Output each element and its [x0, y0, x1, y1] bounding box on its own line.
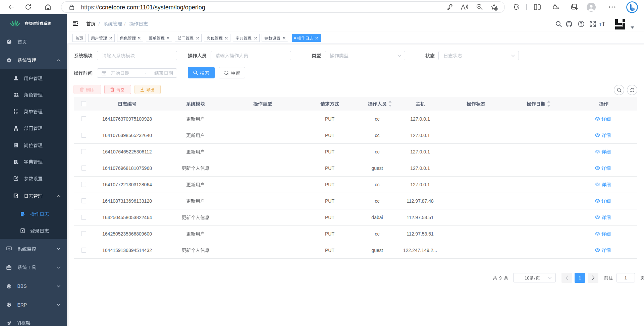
svg-text:T: T — [599, 22, 602, 27]
svg-text:T: T — [602, 21, 605, 27]
